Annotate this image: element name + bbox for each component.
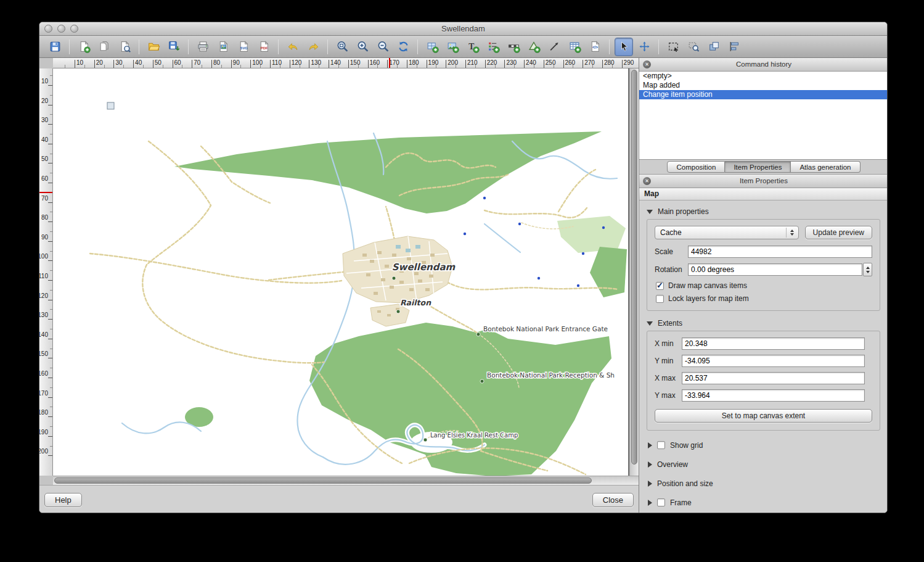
expand-triangle-icon: [648, 500, 652, 506]
canvas-vertical-scrollbar[interactable]: [629, 68, 639, 476]
composer-item-handle[interactable]: [107, 102, 114, 109]
lock-layers-checkbox[interactable]: [656, 295, 664, 303]
rotation-spinner[interactable]: [863, 263, 872, 276]
window-minimize-button[interactable]: [57, 25, 65, 33]
zoom-in-button[interactable]: [353, 38, 372, 56]
svg-text:</>: </>: [592, 45, 597, 49]
vruler-minor-tick: [50, 426, 52, 427]
show-grid-section-header[interactable]: Show grid: [645, 436, 881, 455]
zoom-out-button[interactable]: [374, 38, 392, 56]
command-history-item[interactable]: Change item position: [639, 90, 888, 99]
vruler-label: 80: [41, 214, 48, 221]
frame-section-header[interactable]: Frame: [645, 493, 881, 512]
add-table-button[interactable]: [565, 38, 584, 56]
vruler-minor-tick: [50, 75, 52, 76]
place-label: Bontebok National Park Entrance Gate: [483, 325, 608, 333]
zoom-item-button[interactable]: [684, 38, 703, 56]
select-marquee-icon: [667, 40, 680, 53]
raise-items-button[interactable]: [705, 38, 723, 56]
composer-canvas[interactable]: SwellendamRailtonBontebok National Park …: [53, 68, 639, 476]
redo-button[interactable]: [304, 38, 322, 56]
extents-section-header[interactable]: Extents: [645, 316, 881, 331]
x-max-input[interactable]: [682, 372, 865, 384]
composition-manager-button[interactable]: [115, 38, 134, 56]
hruler-minor-tick: [240, 65, 241, 68]
command-history-item[interactable]: <empty>: [639, 72, 888, 81]
scale-input[interactable]: [688, 246, 872, 258]
y-max-input[interactable]: [682, 389, 865, 402]
export-image-button[interactable]: [214, 38, 232, 56]
window-close-button[interactable]: [44, 25, 52, 33]
close-button[interactable]: Close: [592, 493, 634, 507]
tab-atlas-generation[interactable]: Atlas generation: [791, 161, 860, 173]
hruler-label: 290: [624, 59, 634, 66]
add-shape-button[interactable]: [525, 38, 543, 56]
map-item[interactable]: SwellendamRailtonBontebok National Park …: [53, 68, 628, 476]
tab-item-properties[interactable]: Item Properties: [725, 161, 791, 173]
vruler-minor-tick: [50, 231, 52, 232]
canvas-horizontal-scrollbar[interactable]: [53, 476, 639, 485]
position-and-size-label: Position and size: [657, 479, 713, 488]
hruler-tick: [446, 60, 446, 68]
zoom-full-button[interactable]: [333, 38, 351, 56]
extents-group: X minY minX maxY max Set to map canvas e…: [647, 331, 880, 431]
select-move-item-button[interactable]: [615, 38, 633, 56]
overview-section-header[interactable]: Overview: [645, 455, 881, 474]
rotation-input[interactable]: [688, 263, 862, 276]
hruler-minor-tick: [612, 65, 613, 68]
export-pdf-button[interactable]: PDF: [255, 38, 273, 56]
add-scalebar-button[interactable]: [504, 38, 523, 56]
svg-text:SVG: SVG: [240, 46, 248, 50]
show-grid-checkbox[interactable]: [657, 441, 665, 449]
command-history-item[interactable]: Map added: [639, 81, 888, 90]
open-folder-button[interactable]: [144, 38, 163, 56]
horizontal-ruler[interactable]: 1020304050607080901001101201301401501601…: [53, 58, 639, 68]
hruler-label: 70: [194, 59, 200, 66]
horizontal-scroll-thumb[interactable]: [54, 477, 592, 484]
help-button[interactable]: Help: [44, 493, 82, 507]
update-preview-button[interactable]: Update preview: [805, 226, 872, 239]
vruler-minor-tick: [50, 446, 52, 447]
refresh-button[interactable]: [394, 38, 412, 56]
draw-map-canvas-items-checkbox[interactable]: [656, 282, 664, 290]
save-as-template-button[interactable]: [165, 38, 183, 56]
toolbar-separator: [417, 39, 418, 54]
x-min-input[interactable]: [682, 337, 865, 350]
hruler-label: 50: [155, 59, 161, 66]
toolbar-separator: [188, 39, 189, 54]
tab-composition[interactable]: Composition: [667, 161, 725, 173]
hruler-minor-tick: [514, 65, 515, 68]
add-legend-button[interactable]: [484, 38, 502, 56]
window-zoom-button[interactable]: [70, 25, 78, 33]
window-titlebar[interactable]: Swellendam: [39, 22, 887, 36]
add-html-button[interactable]: </>: [586, 38, 604, 56]
vruler-minor-tick: [50, 270, 52, 271]
add-arrow-button[interactable]: [545, 38, 563, 56]
frame-checkbox[interactable]: [657, 498, 665, 506]
new-composition-button[interactable]: [75, 38, 93, 56]
vruler-label: 130: [39, 312, 48, 318]
add-label-button[interactable]: T: [464, 38, 482, 56]
position-and-size-section-header[interactable]: Position and size: [645, 474, 881, 493]
add-image-button[interactable]: [443, 38, 462, 56]
cache-mode-select[interactable]: Cache: [655, 226, 799, 239]
vruler-tick: [48, 455, 52, 456]
move-item-content-button[interactable]: [635, 38, 653, 56]
save-project-button[interactable]: [46, 38, 64, 56]
item-properties-close-icon[interactable]: [643, 177, 651, 185]
vruler-label: 100: [39, 253, 48, 260]
duplicate-composition-button[interactable]: [95, 38, 113, 56]
select-marquee-button[interactable]: [664, 38, 682, 56]
export-svg-button[interactable]: SVG: [234, 38, 253, 56]
print-button[interactable]: [194, 38, 212, 56]
vertical-scroll-thumb[interactable]: [631, 70, 637, 465]
add-map-button[interactable]: [423, 38, 441, 56]
align-items-button[interactable]: [725, 38, 743, 56]
composition-page[interactable]: SwellendamRailtonBontebok National Park …: [53, 68, 628, 476]
y-min-input[interactable]: [682, 355, 865, 367]
undo-button[interactable]: [284, 38, 302, 56]
command-history-close-icon[interactable]: [643, 60, 651, 68]
set-to-map-canvas-extent-button[interactable]: Set to map canvas extent: [655, 409, 872, 423]
main-properties-section-header[interactable]: Main properties: [645, 204, 881, 219]
vertical-ruler[interactable]: 1020304050607080901001101201301401501601…: [39, 68, 53, 476]
